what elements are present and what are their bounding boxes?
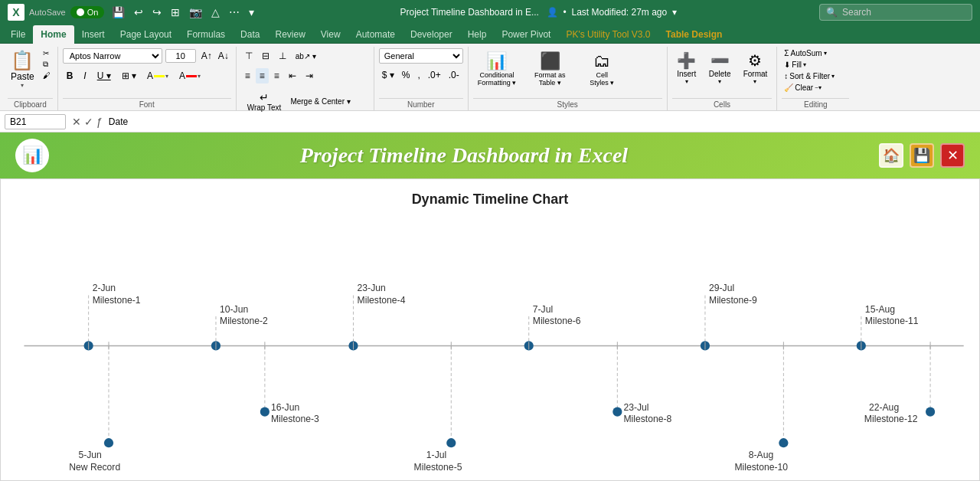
align-middle-button[interactable]: ⊟	[258, 48, 273, 64]
milestone-label: 29-Jul	[709, 283, 734, 293]
milestone-label: Milestone-10	[734, 462, 788, 473]
tab-home[interactable]: Home	[33, 25, 74, 44]
insert-button[interactable]: ➕ Insert ▾	[672, 48, 701, 88]
font-name-select[interactable]: Aptos Narrow	[63, 48, 162, 64]
tab-developer[interactable]: Developer	[403, 25, 460, 44]
milestone-label: 5-Jun	[78, 450, 101, 460]
cell-styles-button[interactable]: 🗂 CellStyles ▾	[579, 48, 625, 90]
dec-inc-button[interactable]: .0+	[425, 68, 444, 82]
autosum-button[interactable]: Σ AutoSum ▾	[782, 48, 828, 58]
percent-button[interactable]: %	[399, 68, 413, 82]
fill-icon: ⬇	[784, 61, 790, 69]
tab-help[interactable]: Help	[460, 25, 495, 44]
banner-logo: 📊	[15, 139, 49, 172]
milestone-label: 7-Jul	[533, 304, 553, 315]
align-bottom-button[interactable]: ⊥	[275, 48, 290, 64]
tab-view[interactable]: View	[313, 25, 348, 44]
sort-filter-button[interactable]: ↕ Sort & Filter ▾	[782, 71, 837, 81]
banner-close-button[interactable]: ✕	[940, 143, 965, 168]
comma-button[interactable]: ,	[414, 68, 423, 82]
tab-formulas[interactable]: Formulas	[179, 25, 233, 44]
tab-page-layout[interactable]: Page Layout	[113, 25, 179, 44]
clear-button[interactable]: 🧹 Clear ~▾	[782, 83, 824, 93]
font-color-button[interactable]: A ▾	[175, 68, 204, 83]
tab-insert[interactable]: Insert	[74, 25, 113, 44]
ribbon-tabs: File Home Insert Page Layout Formulas Da…	[0, 25, 980, 44]
tab-pk-utility[interactable]: PK's Utility Tool V3.0	[558, 25, 658, 44]
tab-power-pivot[interactable]: Power Pivot	[494, 25, 558, 44]
currency-button[interactable]: $ ▾	[379, 68, 397, 82]
cut-button[interactable]: ✂	[41, 48, 53, 58]
undo-icon[interactable]: ↩	[131, 5, 146, 20]
milestone-label: 16-Jun	[271, 402, 299, 413]
search-box[interactable]: 🔍 Search	[819, 4, 972, 21]
wrap-text-button[interactable]: ↵ Wrap Text	[241, 88, 288, 115]
bold-button[interactable]: B	[63, 68, 77, 83]
excel-icon: X	[8, 4, 24, 21]
milestone-label: 8-Aug	[749, 450, 773, 460]
delete-button[interactable]: ➖ Delete ▾	[704, 48, 736, 88]
paste-button[interactable]: 📋 Paste ▾	[8, 48, 38, 90]
borders-button[interactable]: ⊞ ▾	[118, 68, 140, 83]
copy-button[interactable]: ⧉	[41, 59, 53, 70]
tab-table-design[interactable]: Table Design	[658, 25, 730, 44]
font-size-increase[interactable]: A↑	[199, 50, 214, 62]
milestone-label: Milestone-8	[623, 414, 671, 424]
tab-file[interactable]: File	[3, 25, 33, 44]
milestone-label: 23-Jun	[358, 283, 386, 293]
shapes-icon[interactable]: △	[208, 5, 223, 20]
formula-icons: ✕ ✓ ƒ	[72, 116, 103, 128]
align-left-button[interactable]: ≡	[241, 68, 254, 83]
format-painter-icon: 🖌	[43, 71, 51, 80]
font-color-label: A	[179, 70, 185, 81]
clipboard-group: 📋 Paste ▾ ✂ ⧉ 🖌 Clipboard	[3, 47, 58, 110]
cancel-formula-icon[interactable]: ✕	[72, 116, 81, 128]
insert-function-icon[interactable]: ƒ	[96, 116, 103, 128]
cell-reference-input[interactable]	[5, 114, 66, 129]
autosave-toggle[interactable]: On	[70, 6, 105, 18]
fill-color-button[interactable]: A ▾	[143, 68, 172, 83]
save-icon[interactable]: 💾	[109, 5, 128, 20]
customize-icon[interactable]: ▾	[246, 5, 257, 20]
align-center-button[interactable]: ≡	[256, 68, 269, 83]
font-size-decrease[interactable]: A↓	[216, 50, 231, 62]
format-button[interactable]: ⚙ Format ▾	[739, 48, 773, 88]
title-bar-left: X AutoSave On 💾 ↩ ↪ ⊞ 📷 △ ⋯ ▾	[8, 4, 257, 21]
dec-dec-button[interactable]: .0-	[446, 68, 462, 82]
copy-icon: ⧉	[43, 60, 48, 69]
merge-center-button[interactable]: Merge & Center ▾	[290, 97, 350, 106]
milestone-dot	[104, 438, 113, 447]
editing-group: Σ AutoSum ▾ ⬇ Fill ▾ ↕ Sort & Filter ▾ 🧹…	[777, 47, 854, 110]
search-icon: 🔍	[826, 7, 838, 18]
number-format-select[interactable]: General	[379, 48, 463, 64]
font-group: Aptos Narrow A↑ A↓ B I U ▾ ⊞ ▾ A ▾	[58, 47, 237, 110]
tab-automate[interactable]: Automate	[348, 25, 403, 44]
confirm-formula-icon[interactable]: ✓	[84, 116, 93, 128]
fill-button[interactable]: ⬇ Fill ▾	[782, 60, 808, 70]
orientation-button[interactable]: ab↗ ▾	[292, 50, 320, 63]
font-size-input[interactable]	[165, 49, 196, 63]
tab-review[interactable]: Review	[267, 25, 312, 44]
format-as-table-button[interactable]: ⬛ Format asTable ▾	[527, 48, 573, 90]
align-right-button[interactable]: ≡	[270, 68, 283, 83]
banner-save-button[interactable]: 💾	[910, 143, 934, 168]
formula-input[interactable]	[106, 115, 975, 129]
redo-icon[interactable]: ↪	[149, 5, 165, 20]
screenshot-icon[interactable]: 📷	[186, 5, 205, 20]
format-painter-button[interactable]: 🖌	[41, 70, 53, 80]
excel-banner: 📊 Project Timeline Dashboard in Excel 🏠 …	[0, 133, 980, 178]
indent-inc-button[interactable]: ⇥	[302, 68, 317, 83]
banner-help-button[interactable]: 🏠	[879, 143, 903, 168]
conditional-formatting-button[interactable]: 📊 ConditionalFormatting ▾	[473, 48, 521, 90]
align-top-button[interactable]: ⊤	[241, 48, 256, 64]
indent-dec-button[interactable]: ⇤	[285, 68, 300, 83]
more-icon[interactable]: ⋯	[226, 5, 243, 20]
tab-data[interactable]: Data	[233, 25, 267, 44]
underline-button[interactable]: U ▾	[93, 68, 115, 83]
italic-button[interactable]: I	[80, 68, 90, 83]
format-as-table-icon: ⬛	[540, 51, 560, 71]
milestone-label: Milestone-12	[864, 414, 918, 424]
milestone-label: Milestone-11	[865, 316, 919, 326]
table-icon[interactable]: ⊞	[168, 5, 183, 20]
wrap-text-icon: ↵	[260, 91, 269, 103]
